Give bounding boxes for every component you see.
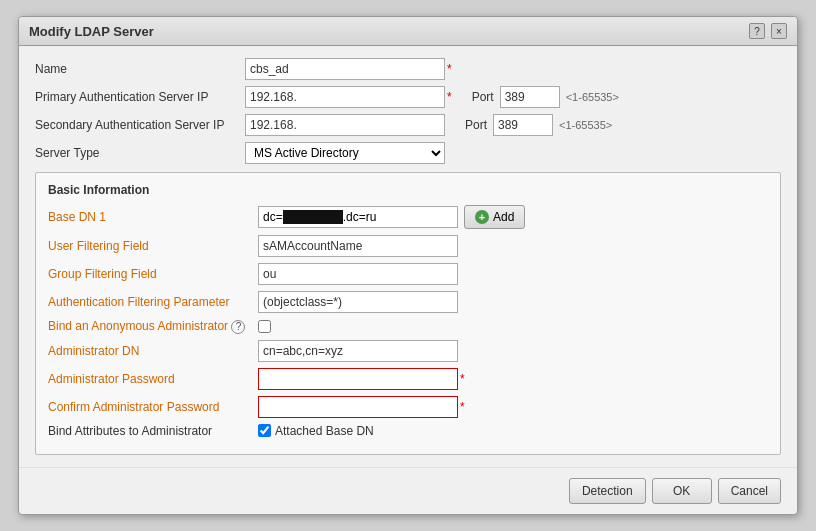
secondary-port-input[interactable] [493, 114, 553, 136]
add-button[interactable]: + Add [464, 205, 525, 229]
secondary-port-label: Port [465, 118, 487, 132]
dialog-title: Modify LDAP Server [29, 24, 154, 39]
close-button[interactable]: × [771, 23, 787, 39]
dialog-footer: Detection OK Cancel [19, 467, 797, 514]
admin-password-label: Administrator Password [48, 372, 258, 386]
bind-attrs-checkbox[interactable] [258, 424, 271, 437]
auth-param-input[interactable] [258, 291, 458, 313]
secondary-ip-row: Secondary Authentication Server IP Port … [35, 114, 781, 136]
auth-param-label: Authentication Filtering Parameter [48, 295, 258, 309]
secondary-ip-label: Secondary Authentication Server IP [35, 118, 245, 132]
admin-password-input[interactable] [258, 368, 458, 390]
bind-anon-label: Bind an Anonymous Administrator ? [48, 319, 258, 334]
admin-password-required: * [460, 372, 465, 386]
base-dn-prefix: dc= [263, 210, 283, 224]
title-buttons: ? × [749, 23, 787, 39]
base-dn-suffix: .dc=ru [343, 210, 377, 224]
name-input[interactable] [245, 58, 445, 80]
modify-ldap-dialog: Modify LDAP Server ? × Name * Primary Au… [18, 16, 798, 515]
base-dn-redacted [283, 210, 343, 224]
detection-button[interactable]: Detection [569, 478, 646, 504]
base-dn-row: Base DN 1 dc= .dc=ru + Add [48, 205, 768, 229]
dialog-body: Name * Primary Authentication Server IP … [19, 46, 797, 467]
admin-dn-input[interactable] [258, 340, 458, 362]
bind-anon-help-icon[interactable]: ? [231, 320, 245, 334]
bind-attrs-value: Attached Base DN [275, 424, 374, 438]
primary-port-input[interactable] [500, 86, 560, 108]
bind-attrs-row: Bind Attributes to Administrator Attache… [48, 424, 768, 438]
group-filtering-input[interactable] [258, 263, 458, 285]
group-filtering-label: Group Filtering Field [48, 267, 258, 281]
primary-port-section: Port <1-65535> [472, 86, 619, 108]
basic-info-group: Basic Information Base DN 1 dc= .dc=ru +… [35, 172, 781, 455]
confirm-password-input[interactable] [258, 396, 458, 418]
server-type-label: Server Type [35, 146, 245, 160]
primary-port-label: Port [472, 90, 494, 104]
user-filtering-row: User Filtering Field [48, 235, 768, 257]
user-filtering-input[interactable] [258, 235, 458, 257]
help-button[interactable]: ? [749, 23, 765, 39]
primary-ip-row: Primary Authentication Server IP * Port … [35, 86, 781, 108]
primary-port-range: <1-65535> [566, 91, 619, 103]
base-dn-label: Base DN 1 [48, 210, 258, 224]
add-button-label: Add [493, 210, 514, 224]
basic-info-title: Basic Information [48, 183, 768, 197]
base-dn-container: dc= .dc=ru + Add [258, 205, 525, 229]
name-row: Name * [35, 58, 781, 80]
ok-button[interactable]: OK [652, 478, 712, 504]
secondary-port-range: <1-65535> [559, 119, 612, 131]
auth-param-row: Authentication Filtering Parameter [48, 291, 768, 313]
group-filtering-row: Group Filtering Field [48, 263, 768, 285]
bind-anon-checkbox[interactable] [258, 320, 271, 333]
primary-ip-required: * [447, 90, 452, 104]
cancel-button[interactable]: Cancel [718, 478, 781, 504]
admin-password-row: Administrator Password * [48, 368, 768, 390]
secondary-ip-input[interactable] [245, 114, 445, 136]
confirm-password-required: * [460, 400, 465, 414]
primary-ip-input[interactable] [245, 86, 445, 108]
confirm-password-label: Confirm Administrator Password [48, 400, 258, 414]
admin-dn-label: Administrator DN [48, 344, 258, 358]
server-type-row: Server Type MS Active Directory OpenLDAP [35, 142, 781, 164]
admin-dn-row: Administrator DN [48, 340, 768, 362]
server-type-select[interactable]: MS Active Directory OpenLDAP [245, 142, 445, 164]
dialog-titlebar: Modify LDAP Server ? × [19, 17, 797, 46]
name-label: Name [35, 62, 245, 76]
primary-ip-label: Primary Authentication Server IP [35, 90, 245, 104]
add-circle-icon: + [475, 210, 489, 224]
confirm-password-row: Confirm Administrator Password * [48, 396, 768, 418]
bind-anon-row: Bind an Anonymous Administrator ? [48, 319, 768, 334]
name-required: * [447, 62, 452, 76]
user-filtering-label: User Filtering Field [48, 239, 258, 253]
bind-attrs-label: Bind Attributes to Administrator [48, 424, 258, 438]
secondary-port-section: Port <1-65535> [465, 114, 612, 136]
